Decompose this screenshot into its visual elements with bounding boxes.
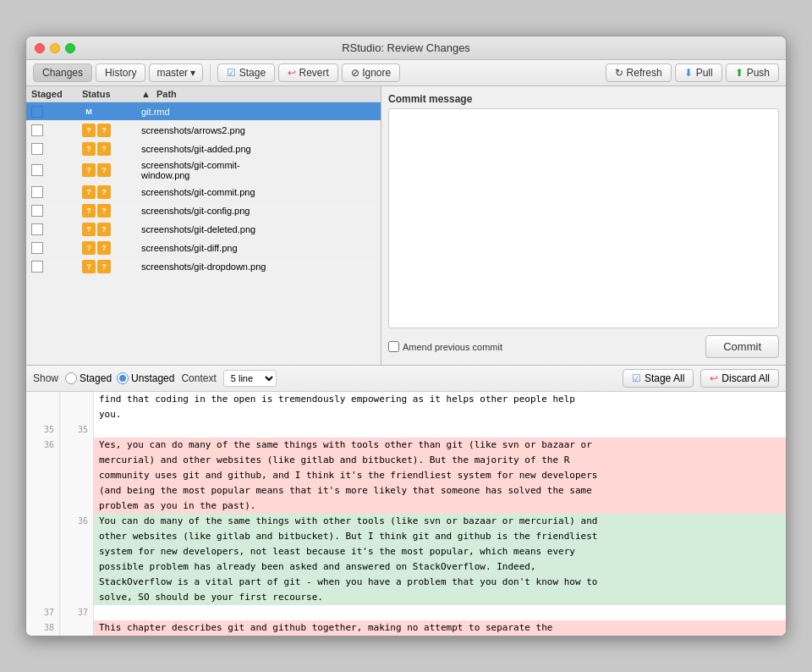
stage-checkbox[interactable] <box>31 124 43 136</box>
commit-footer: Amend previous commit Commit <box>388 335 779 358</box>
status-cell: ? ? <box>82 163 141 177</box>
status-cell: ? ? <box>82 204 141 218</box>
status-badge: ? <box>97 223 111 236</box>
changes-tab[interactable]: Changes <box>33 63 92 82</box>
status-badge: ? <box>97 260 111 273</box>
push-button[interactable]: ⬆ Push <box>726 63 779 82</box>
amend-checkbox[interactable] <box>388 341 399 352</box>
revert-button[interactable]: ↩ Revert <box>278 63 338 82</box>
main-toolbar: Changes History master ▾ ☑ Stage ↩ Rever… <box>26 60 786 86</box>
toolbar-right: ↻ Refresh ⬇ Pull ⬆ Push <box>606 63 779 82</box>
refresh-button[interactable]: ↻ Refresh <box>606 63 672 82</box>
stage-checkbox[interactable] <box>31 223 43 235</box>
refresh-icon: ↻ <box>615 67 623 79</box>
staged-cell <box>31 164 82 176</box>
discard-all-icon: ↩ <box>710 372 718 384</box>
status-badge: ? <box>82 142 96 156</box>
status-cell: ? ? <box>82 241 141 255</box>
amend-label[interactable]: Amend previous commit <box>388 341 502 352</box>
staged-cell <box>31 223 82 235</box>
file-row[interactable]: ? ? screenshots/git-commit.png <box>26 183 381 201</box>
file-path: git.rmd <box>141 107 376 117</box>
file-row[interactable]: ? ? screenshots/git-diff.png <box>26 239 381 257</box>
discard-all-button[interactable]: ↩ Discard All <box>700 369 779 388</box>
status-badge: ? <box>82 241 96 255</box>
stage-checkbox[interactable] <box>31 164 43 176</box>
commit-message-input[interactable] <box>388 108 779 328</box>
staged-radio[interactable]: Staged <box>65 372 112 384</box>
status-badge: M <box>82 105 96 118</box>
file-path: screenshots/git-dropdown.png <box>141 262 376 272</box>
stage-checkbox[interactable] <box>31 143 43 155</box>
maximize-button[interactable] <box>65 43 75 53</box>
branch-selector[interactable]: master ▾ <box>149 63 203 82</box>
diff-toolbar: Show Staged Unstaged Context 5 line 3 li… <box>26 366 786 392</box>
file-row[interactable]: M git.rmd <box>26 102 381 121</box>
commit-button[interactable]: Commit <box>705 335 779 358</box>
status-badge: ? <box>97 185 111 199</box>
radio-dot <box>119 375 126 382</box>
staged-cell <box>31 261 82 273</box>
file-list: M git.rmd ? ? screenshots/arrows2.png <box>26 102 381 365</box>
context-select[interactable]: 5 line 3 line 10 line <box>223 370 277 387</box>
status-badge: ? <box>97 241 111 255</box>
status-badge: ? <box>97 142 111 156</box>
ignore-button[interactable]: ⊘ Ignore <box>342 63 400 82</box>
line-num-new: 36 <box>60 514 94 605</box>
file-row[interactable]: ? ? screenshots/git-config.png <box>26 201 381 220</box>
line-num-new <box>60 438 94 514</box>
diff-row: 36 You can do many of the same things wi… <box>26 514 786 605</box>
staged-radio-circle <box>65 372 77 384</box>
stage-checkbox[interactable] <box>31 205 43 217</box>
file-path: screenshots/git-diff.png <box>141 243 376 253</box>
diff-content <box>94 605 786 620</box>
file-row[interactable]: ? ? screenshots/git-dropdown.png <box>26 257 381 276</box>
stage-button[interactable]: ☑ Stage <box>217 63 275 82</box>
commit-message-label: Commit message <box>388 93 779 105</box>
status-badge: ? <box>82 163 96 177</box>
traffic-lights <box>35 43 75 53</box>
main-area: Staged Status ▲ Path M git.rmd <box>26 86 786 366</box>
file-path: screenshots/git-deleted.png <box>141 224 376 234</box>
push-icon: ⬆ <box>735 67 743 79</box>
col-status-header: Status <box>82 89 141 99</box>
commit-panel: Commit message Amend previous commit Com… <box>381 86 786 365</box>
diff-row: 36 Yes, you can do many of the same thin… <box>26 438 786 514</box>
diff-content <box>94 422 786 438</box>
diff-row: 38 This chapter describes git and github… <box>26 620 786 636</box>
file-path: screenshots/git-added.png <box>141 144 376 154</box>
pull-button[interactable]: ⬇ Pull <box>675 63 722 82</box>
title-bar: RStudio: Review Changes <box>26 36 786 60</box>
status-cell: M <box>82 105 141 118</box>
file-row[interactable]: ? ? screenshots/arrows2.png <box>26 121 381 140</box>
file-path: screenshots/arrows2.png <box>141 125 376 135</box>
file-path: screenshots/git-config.png <box>141 206 376 216</box>
staged-cell <box>31 205 82 217</box>
stage-checkbox[interactable] <box>31 186 43 198</box>
diff-content: find that coding in the open is tremendo… <box>94 392 786 422</box>
stage-all-button[interactable]: ☑ Stage All <box>623 369 694 388</box>
unstaged-radio-circle <box>117 372 129 384</box>
stage-checkbox[interactable] <box>31 106 43 118</box>
staged-cell <box>31 186 82 198</box>
window-title: RStudio: Review Changes <box>342 41 470 54</box>
line-num-old: 37 <box>26 605 60 620</box>
diff-right: ☑ Stage All ↩ Discard All <box>623 369 779 388</box>
history-tab[interactable]: History <box>96 63 145 82</box>
status-cell: ? ? <box>82 185 141 199</box>
unstaged-radio[interactable]: Unstaged <box>117 372 174 384</box>
view-mode-group: Staged Unstaged <box>65 372 174 384</box>
line-num-new: 35 <box>60 422 94 438</box>
file-row[interactable]: ? ? screenshots/git-commit-window.png <box>26 158 381 183</box>
file-row[interactable]: ? ? screenshots/git-added.png <box>26 140 381 158</box>
stage-checkbox[interactable] <box>31 242 43 254</box>
diff-content: You can do many of the same things with … <box>94 514 786 605</box>
minimize-button[interactable] <box>50 43 60 53</box>
status-badge: ? <box>82 185 96 199</box>
show-label: Show <box>33 372 58 384</box>
close-button[interactable] <box>35 43 45 53</box>
stage-all-icon: ☑ <box>632 372 641 384</box>
stage-checkbox[interactable] <box>31 261 43 273</box>
file-row[interactable]: ? ? screenshots/git-deleted.png <box>26 220 381 239</box>
status-badge: ? <box>82 223 96 236</box>
